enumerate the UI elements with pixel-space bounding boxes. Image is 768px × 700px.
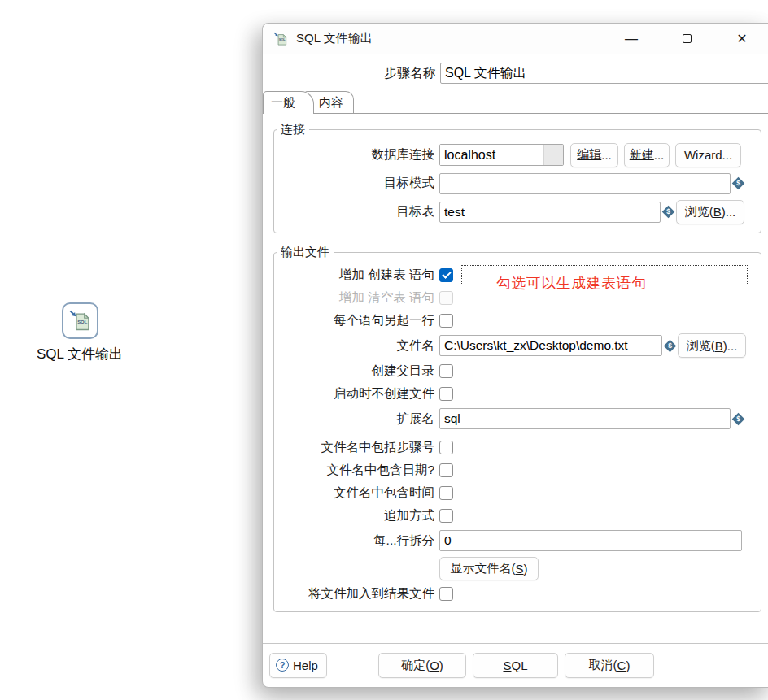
cancel-button[interactable]: 取消(C) — [565, 653, 654, 678]
close-icon: ✕ — [736, 31, 747, 46]
split-rows-row: 每...行拆分 — [274, 528, 754, 553]
browse-table-button[interactable]: 浏览(B)... — [676, 200, 744, 224]
create-parent-label: 创建父目录 — [274, 363, 439, 380]
close-button[interactable]: ✕ — [714, 24, 768, 54]
combo-dropdown-button[interactable] — [543, 145, 563, 165]
sql-file-output-step-icon[interactable]: SQL — [62, 302, 98, 339]
svg-text:SQL: SQL — [279, 38, 286, 41]
output-file-group-legend: 输出文件 — [277, 245, 334, 260]
svg-text:SQL: SQL — [77, 320, 88, 324]
wizard-connection-button[interactable]: Wizard... — [675, 143, 741, 167]
add-truncate-label: 增加 清空表 语句 — [274, 289, 439, 307]
target-table-input[interactable] — [439, 202, 661, 223]
add-to-result-checkbox[interactable] — [439, 587, 453, 601]
filename-label: 文件名 — [274, 337, 439, 354]
dialog-footer: ? Help 确定(O) SQL 取消(C) — [263, 644, 768, 686]
canvas-step[interactable]: SQL SQL 文件输出 — [31, 302, 129, 363]
target-schema-label: 目标模式 — [274, 175, 439, 192]
include-time-checkbox[interactable] — [439, 486, 453, 500]
show-filenames-button[interactable]: 显示文件名(S) — [439, 557, 539, 580]
canvas-step-label: SQL 文件输出 — [31, 345, 129, 363]
include-stepnr-checkbox[interactable] — [439, 441, 453, 454]
target-table-label: 目标表 — [274, 203, 439, 220]
add-create-table-checkbox[interactable] — [439, 268, 453, 282]
connection-group-legend: 连接 — [277, 122, 309, 137]
statement-per-line-checkbox[interactable] — [439, 314, 453, 328]
include-stepnr-label: 文件名中包括步骤号 — [274, 439, 439, 456]
create-parent-row: 创建父目录 — [274, 359, 754, 382]
filename-row: 文件名 $ 浏览(B)... — [274, 333, 754, 358]
help-icon: ? — [276, 659, 289, 672]
add-truncate-checkbox — [439, 291, 453, 305]
maximize-button[interactable] — [659, 24, 714, 54]
add-to-result-label: 将文件加入到结果文件 — [274, 585, 439, 602]
split-rows-input[interactable] — [439, 530, 742, 551]
edit-connection-button[interactable]: 编辑... — [570, 143, 618, 167]
browse-file-button[interactable]: 浏览(B)... — [678, 333, 746, 358]
new-connection-button[interactable]: 新建... — [624, 143, 670, 167]
annotation-text: 勾选可以生成建表语句 — [496, 273, 647, 293]
db-connection-combo[interactable] — [439, 144, 564, 166]
window-title: SQL 文件输出 — [296, 31, 373, 46]
step-name-label: 步骤名称 — [263, 65, 440, 82]
no-create-at-start-label: 启动时不创建文件 — [274, 385, 439, 402]
create-parent-checkbox[interactable] — [439, 364, 453, 378]
maximize-icon — [683, 34, 692, 43]
minimize-icon: — — [625, 32, 638, 46]
no-create-at-start-checkbox[interactable] — [439, 387, 453, 401]
step-name-row: 步骤名称 — [263, 63, 768, 84]
include-time-label: 文件名中包含时间 — [274, 485, 439, 502]
extension-input[interactable] — [439, 408, 731, 429]
db-connection-row: 数据库连接 编辑... 新建... Wizard... — [274, 141, 754, 169]
show-filenames-row: 显示文件名(S) — [274, 554, 754, 582]
include-time-row: 文件名中包含时间 — [274, 481, 754, 504]
focus-rect: 勾选可以生成建表语句 — [461, 265, 748, 285]
help-button[interactable]: ? Help — [269, 653, 327, 678]
db-connection-input[interactable] — [440, 145, 543, 165]
append-checkbox[interactable] — [439, 509, 453, 523]
extension-row: 扩展名 $ — [274, 407, 754, 431]
statement-per-line-row: 每个语句另起一行 — [274, 309, 754, 332]
db-connection-label: 数据库连接 — [274, 146, 439, 163]
statement-per-line-label: 每个语句另起一行 — [274, 312, 439, 329]
extension-label: 扩展名 — [274, 411, 439, 428]
tab-bar: 一般 内容 — [263, 91, 768, 113]
sql-file-output-dialog: SQL SQL 文件输出 — ✕ 步骤名称 一般 内容 连接 数据库连接 — [262, 23, 768, 688]
target-schema-row: 目标模式 $ — [274, 169, 754, 198]
tab-panel-general: 连接 数据库连接 编辑... 新建... Wizard... 目标模式 $ 目标… — [263, 113, 768, 644]
sql-file-icon: SQL — [68, 308, 93, 333]
include-date-checkbox[interactable] — [439, 463, 453, 477]
variable-icon: $ — [662, 206, 675, 219]
add-create-table-label: 增加 创建表 语句 — [274, 267, 439, 284]
window-sql-file-icon: SQL — [273, 31, 289, 47]
variable-icon: $ — [664, 339, 677, 352]
no-create-at-start-row: 启动时不创建文件 — [274, 382, 754, 405]
split-rows-label: 每...行拆分 — [274, 533, 439, 550]
add-create-table-row: 增加 创建表 语句 勾选可以生成建表语句 — [274, 263, 754, 286]
include-stepnr-row: 文件名中包括步骤号 — [274, 436, 754, 459]
add-to-result-row: 将文件加入到结果文件 — [274, 582, 754, 605]
target-schema-input[interactable] — [439, 173, 731, 194]
include-date-row: 文件名中包含日期? — [274, 459, 754, 481]
ok-button[interactable]: 确定(O) — [378, 653, 466, 678]
tab-general[interactable]: 一般 — [263, 91, 314, 114]
output-file-group: 输出文件 增加 创建表 语句 勾选可以生成建表语句 增加 清空表 语句 每个语句… — [273, 245, 761, 612]
connection-group: 连接 数据库连接 编辑... 新建... Wizard... 目标模式 $ 目标… — [273, 122, 761, 233]
minimize-button[interactable]: — — [604, 24, 659, 54]
target-table-row: 目标表 $ 浏览(B)... — [274, 198, 754, 226]
sql-button[interactable]: SQL — [473, 653, 558, 678]
variable-icon: $ — [732, 412, 745, 425]
step-name-input[interactable] — [440, 63, 768, 84]
include-date-label: 文件名中包含日期? — [274, 462, 439, 479]
variable-icon: $ — [732, 177, 745, 190]
append-row: 追加方式 — [274, 504, 754, 527]
titlebar[interactable]: SQL SQL 文件输出 — ✕ — [263, 24, 768, 54]
append-label: 追加方式 — [274, 507, 439, 524]
filename-input[interactable] — [439, 335, 662, 356]
